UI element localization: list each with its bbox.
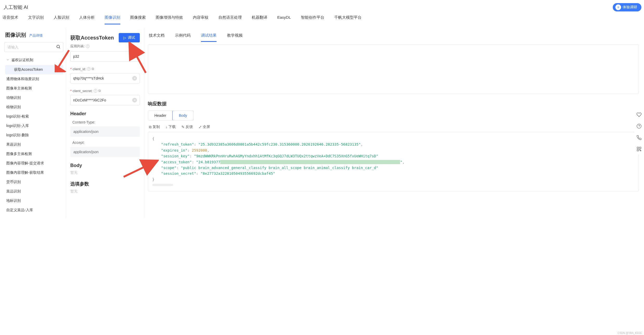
body-section-title: Body: [70, 163, 140, 168]
help-icon[interactable]: ?: [94, 89, 97, 93]
main-tab[interactable]: 图像搜索: [130, 15, 146, 24]
tree-item[interactable]: 果蔬识别: [5, 140, 63, 149]
tree-item[interactable]: 自定义菜品-入库: [5, 205, 63, 215]
body-none: 暂无: [70, 170, 140, 175]
sidebar: 图像识别 产品详情 鉴权认证机制 获取AccessToken 通用物体和场景识别…: [2, 28, 66, 218]
survey-button[interactable]: ≡ 体验调研: [613, 3, 641, 11]
fullscreen-button[interactable]: ⤢全屏: [199, 125, 210, 129]
tree-item[interactable]: logo识别-删除: [5, 131, 63, 140]
tree-item[interactable]: 图像内容理解-获取结果: [5, 168, 63, 177]
svg-line-1: [59, 48, 60, 48]
doc-tabs: 技术文档示例代码调试结果教学视频: [148, 33, 639, 42]
optional-none: 暂无: [70, 189, 140, 194]
app-select[interactable]: p32: [70, 51, 140, 62]
download-button[interactable]: ↓下载: [166, 125, 176, 129]
header-section-title: Header: [70, 111, 140, 117]
chevron-down-icon: [134, 54, 137, 59]
doc-tab[interactable]: 调试结果: [201, 33, 217, 42]
svg-rect-6: [637, 150, 639, 151]
debug-button[interactable]: ▷ 调试: [119, 33, 140, 42]
accept-value: application/json: [70, 147, 140, 157]
tree-item-access-token[interactable]: 获取AccessToken: [5, 65, 63, 74]
tree-item[interactable]: 动物识别: [5, 93, 63, 102]
svg-rect-8: [640, 150, 641, 151]
main-tab[interactable]: 图像增强与特效: [156, 15, 183, 24]
main-tabs: 语音技术文字识别人脸识别人体分析图像识别图像搜索图像增强与特效内容审核自然语言处…: [0, 12, 644, 25]
search-input[interactable]: [4, 42, 63, 52]
optional-section-title: 选填参数: [70, 181, 140, 187]
required-asterisk: *: [70, 89, 72, 93]
tree-group-auth[interactable]: 鉴权认证机制: [5, 55, 63, 65]
chevron-down-icon: [6, 58, 9, 62]
main-tab[interactable]: 文字识别: [28, 15, 44, 24]
resp-tab[interactable]: Body: [172, 111, 194, 120]
resp-tab[interactable]: Header: [148, 111, 173, 120]
qr-icon[interactable]: [636, 146, 642, 152]
help-icon[interactable]: ?: [86, 44, 90, 48]
doc-tab[interactable]: 示例代码: [175, 33, 191, 42]
config-title: 获取AccessToken: [70, 34, 114, 41]
client-secret-input[interactable]: [73, 98, 132, 102]
code-toolbar: ⧉复制 ↓下载 ✎反馈 ⤢全屏: [148, 125, 639, 129]
copy-icon[interactable]: [98, 89, 101, 93]
tree-item[interactable]: logo识别-入库: [5, 121, 63, 131]
main-tab[interactable]: 语音技术: [3, 15, 18, 24]
doc-tab[interactable]: 教学视频: [227, 33, 243, 42]
help-icon[interactable]: ?: [87, 67, 91, 71]
required-asterisk: *: [70, 67, 72, 71]
page-title: 人工智能 AI: [3, 3, 28, 12]
copy-icon[interactable]: [92, 67, 94, 71]
svg-point-0: [57, 45, 60, 48]
tree-item[interactable]: 通用物体和场景识别: [5, 74, 63, 84]
preview-box: [148, 44, 639, 94]
main-tab[interactable]: 人体分析: [79, 15, 95, 24]
fullscreen-icon: ⤢: [199, 125, 202, 129]
play-icon: ▷: [123, 36, 126, 40]
main-tab[interactable]: 智能创作平台: [301, 15, 324, 24]
app-list-label: 应用列表:: [70, 44, 85, 49]
main-tab[interactable]: 内容审核: [193, 15, 209, 24]
float-toolbar: [634, 109, 644, 154]
doc-tab[interactable]: 技术文档: [149, 33, 165, 42]
product-detail-link[interactable]: 产品详情: [29, 33, 43, 38]
tree-item[interactable]: 图像内容理解-提交请求: [5, 159, 63, 168]
main-tab[interactable]: 自然语言处理: [218, 15, 242, 24]
result-panel: 技术文档示例代码调试结果教学视频 响应数据 HeaderBody ⧉复制 ↓下载…: [144, 28, 642, 218]
main-tab[interactable]: 机器翻译: [252, 15, 267, 24]
client-id-input[interactable]: [73, 76, 132, 80]
response-tabs: HeaderBody: [148, 111, 194, 120]
main-tab[interactable]: 千帆大模型平台: [334, 15, 362, 24]
clear-icon[interactable]: ✕: [132, 98, 137, 102]
tree-item[interactable]: 地标识别: [5, 196, 63, 205]
response-body-json: { "refresh_token": "25.3d932385a3606d080…: [148, 132, 639, 191]
copy-button[interactable]: ⧉复制: [149, 125, 160, 129]
feedback-icon: ✎: [181, 125, 185, 129]
heart-icon[interactable]: [636, 112, 642, 118]
feedback-button[interactable]: ✎反馈: [181, 125, 193, 129]
tree-item[interactable]: logo识别-检索: [5, 112, 63, 121]
tree-item[interactable]: 图像单主体检测: [5, 84, 63, 93]
sidebar-title: 图像识别: [5, 31, 26, 38]
content-type-value: application/json: [70, 126, 140, 137]
client-secret-label: client_secret:: [73, 89, 93, 93]
survey-icon: ≡: [615, 4, 621, 10]
tree-item[interactable]: 菜品识别: [5, 187, 63, 196]
main-tab[interactable]: 人脸识别: [54, 15, 69, 24]
content-type-label: Content-Type:: [70, 120, 140, 124]
client-id-label: client_id:: [73, 67, 86, 71]
config-panel: 获取AccessToken ▷ 调试 应用列表: ? p32 * client_…: [66, 28, 144, 218]
tree-item[interactable]: 货币识别: [5, 177, 63, 187]
debug-label: 调试: [128, 35, 135, 40]
survey-label: 体验调研: [623, 5, 637, 10]
main-tab[interactable]: EasyDL: [277, 15, 291, 24]
help-float-icon[interactable]: [636, 123, 642, 129]
main-tab[interactable]: 图像识别: [105, 15, 120, 24]
phone-icon[interactable]: [636, 135, 642, 140]
response-title: 响应数据: [148, 101, 639, 107]
search-icon[interactable]: [56, 44, 61, 50]
tree-item[interactable]: 图像多主体检测: [5, 149, 63, 159]
copy-icon: ⧉: [149, 125, 151, 129]
svg-rect-5: [640, 147, 641, 149]
tree-item[interactable]: 植物识别: [5, 102, 63, 112]
clear-icon[interactable]: ✕: [132, 76, 137, 81]
